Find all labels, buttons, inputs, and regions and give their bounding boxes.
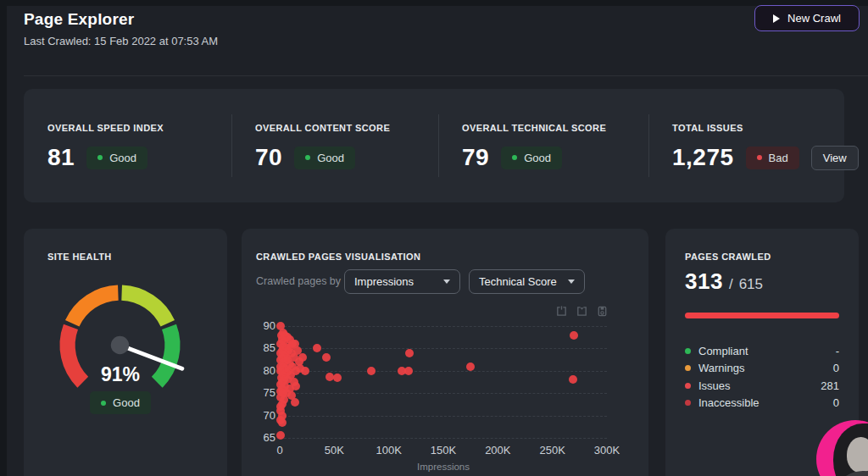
stat-speed-index: OVERALL SPEED INDEX 81 Good bbox=[24, 89, 231, 202]
crawled-pages-visualisation-card: CRAWLED PAGES VISUALISATION Crawled page… bbox=[242, 229, 648, 476]
legend-label: Warnings bbox=[698, 362, 744, 374]
total-value: 615 bbox=[739, 276, 763, 293]
save-image-icon[interactable] bbox=[596, 305, 609, 318]
new-crawl-label: New Crawl bbox=[787, 12, 841, 25]
inaccessible-dot-icon bbox=[685, 400, 691, 406]
box-select-icon[interactable] bbox=[555, 305, 568, 318]
crawled-pages-by-label: Crawled pages by bbox=[256, 275, 341, 287]
status-badge: Good bbox=[86, 147, 147, 169]
scatter-point bbox=[322, 353, 331, 362]
stat-value: 70 bbox=[255, 144, 282, 171]
x-tick-label: 200K bbox=[485, 444, 510, 457]
scatter-point bbox=[466, 363, 475, 371]
gauge-hub bbox=[111, 336, 129, 354]
x-metric-value: Impressions bbox=[354, 275, 414, 288]
scatter-plot-area bbox=[280, 326, 607, 438]
x-tick-label: 100K bbox=[376, 444, 401, 457]
site-health-value: 91% bbox=[36, 363, 205, 386]
x-axis-labels: 050K100K150K200K250K300K bbox=[280, 444, 607, 457]
scatter-point bbox=[298, 353, 307, 362]
stat-technical-score: OVERALL TECHNICAL SCORE 79 Good bbox=[438, 89, 648, 202]
gridline bbox=[280, 438, 607, 439]
scatter-point bbox=[405, 349, 414, 357]
view-issues-button[interactable]: View bbox=[811, 146, 859, 170]
stat-label: OVERALL CONTENT SCORE bbox=[255, 123, 438, 133]
warnings-dot-icon bbox=[685, 365, 691, 371]
gridline bbox=[280, 326, 607, 327]
scatter-point bbox=[276, 431, 285, 440]
stat-value: 81 bbox=[47, 144, 75, 171]
legend-row-inaccessible: Inaccessible 0 bbox=[685, 395, 839, 412]
x-tick-label: 250K bbox=[539, 444, 565, 457]
crawl-progress-bar bbox=[685, 313, 839, 318]
stat-divider bbox=[438, 114, 439, 177]
gridline bbox=[280, 348, 607, 349]
legend-row-issues: Issues 281 bbox=[685, 377, 839, 395]
issues-dot-icon bbox=[685, 383, 691, 389]
legend-value: 0 bbox=[833, 396, 839, 409]
scatter-point bbox=[292, 382, 300, 390]
bad-dot-icon bbox=[757, 155, 762, 160]
status-badge: Good bbox=[501, 147, 562, 169]
stat-label: OVERALL TECHNICAL SCORE bbox=[462, 123, 648, 133]
new-crawl-button[interactable]: New Crawl bbox=[754, 5, 860, 31]
legend-value: 281 bbox=[821, 379, 839, 392]
scatter-point bbox=[569, 375, 577, 384]
x-tick-label: 50K bbox=[325, 444, 344, 457]
x-metric-dropdown[interactable]: Impressions bbox=[344, 269, 460, 294]
legend-label: Compliant bbox=[698, 345, 748, 357]
gridline bbox=[280, 371, 607, 372]
y-tick-label: 70 bbox=[243, 409, 275, 422]
scatter-point bbox=[404, 367, 413, 375]
stat-label: TOTAL ISSUES bbox=[672, 123, 844, 133]
chevron-down-icon bbox=[443, 280, 450, 284]
stat-content-score: OVERALL CONTENT SCORE 70 Good bbox=[231, 89, 438, 202]
y-tick-label: 80 bbox=[243, 364, 275, 377]
good-dot-icon bbox=[305, 155, 310, 160]
stat-divider bbox=[648, 114, 649, 177]
good-dot-icon bbox=[101, 401, 106, 406]
reset-zoom-icon[interactable] bbox=[576, 305, 588, 318]
overview-stats-card: OVERALL SPEED INDEX 81 Good OVERALL CONT… bbox=[24, 89, 844, 202]
scatter-point bbox=[570, 331, 578, 340]
x-axis-title: Impressions bbox=[280, 462, 607, 472]
last-crawled-subtitle: Last Crawled: 15 Feb 2022 at 07:53 AM bbox=[24, 35, 218, 47]
scatter-point bbox=[367, 367, 376, 375]
gauge-segment-orange bbox=[72, 293, 118, 324]
y-metric-dropdown[interactable]: Technical Score bbox=[469, 269, 585, 294]
scatter-point bbox=[313, 344, 321, 352]
legend-row-warnings: Warnings 0 bbox=[685, 360, 839, 378]
page-title: Page Explorer bbox=[24, 10, 134, 29]
y-axis-labels: 908580757065 bbox=[243, 326, 275, 438]
site-health-badge: Good bbox=[90, 391, 151, 414]
legend-row-compliant: Compliant - bbox=[685, 342, 839, 360]
scatter-point bbox=[301, 367, 309, 375]
chevron-down-icon bbox=[568, 280, 575, 284]
scatter-point bbox=[333, 374, 342, 382]
count-separator: / bbox=[729, 276, 733, 293]
stat-value: 1,275 bbox=[672, 144, 734, 171]
pages-crawled-title: PAGES CRAWLED bbox=[685, 252, 771, 262]
crawled-value: 313 bbox=[685, 268, 723, 295]
status-badge: Good bbox=[294, 147, 355, 169]
site-health-title: SITE HEALTH bbox=[47, 252, 112, 262]
avatar-face bbox=[847, 437, 868, 473]
legend-label: Issues bbox=[698, 379, 731, 392]
x-tick-label: 300K bbox=[594, 444, 620, 457]
scatter-point bbox=[278, 418, 287, 427]
stat-value: 79 bbox=[462, 144, 489, 171]
crawl-status-legend: Compliant - Warnings 0 Issues 281 Inacce… bbox=[685, 342, 839, 412]
good-dot-icon bbox=[97, 155, 103, 160]
play-icon bbox=[773, 14, 780, 23]
y-tick-label: 75 bbox=[243, 386, 275, 399]
legend-value: 0 bbox=[833, 362, 839, 374]
gridline bbox=[280, 416, 607, 417]
y-tick-label: 90 bbox=[243, 319, 275, 332]
header-divider bbox=[24, 75, 868, 76]
legend-label: Inaccessible bbox=[698, 396, 760, 409]
x-tick-label: 0 bbox=[276, 444, 282, 457]
stat-total-issues: TOTAL ISSUES 1,275 Bad View bbox=[648, 89, 844, 202]
stat-divider bbox=[231, 114, 232, 177]
compliant-dot-icon bbox=[685, 348, 691, 354]
stat-label: OVERALL SPEED INDEX bbox=[47, 123, 231, 133]
